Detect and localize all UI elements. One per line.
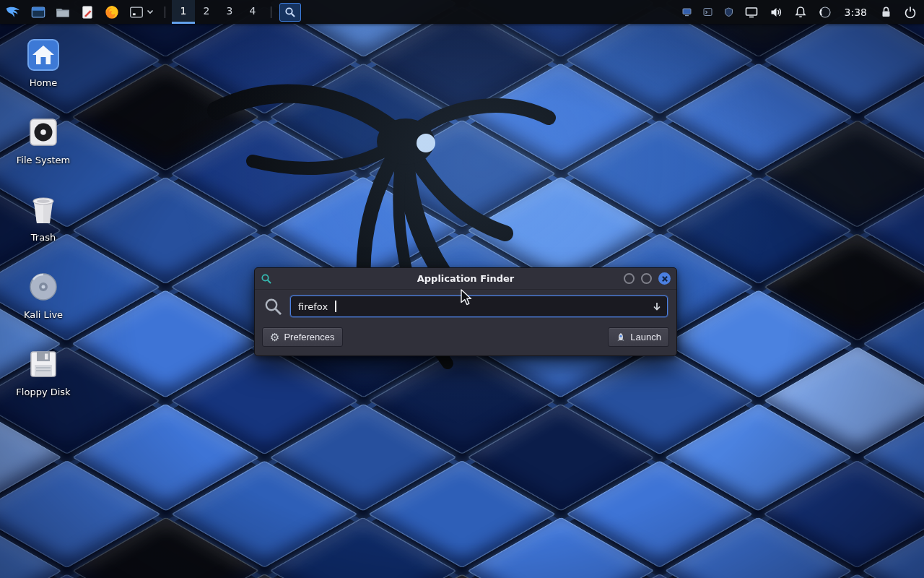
applications-menu-button[interactable] — [0, 0, 26, 24]
desktop-icon-trash[interactable]: Trash — [9, 192, 78, 243]
launch-rocket-icon — [616, 332, 626, 342]
desktop-icon-label: Home — [9, 77, 78, 88]
desktop-screen: 1 2 3 4 — [0, 0, 924, 578]
tray-indicator-1[interactable] — [678, 0, 696, 24]
floppy-disk-icon — [26, 347, 61, 381]
preferences-button-label: Preferences — [284, 332, 334, 342]
kali-dragon-logo — [173, 20, 679, 425]
launch-button[interactable]: Launch — [608, 327, 669, 347]
screen-lock-button[interactable] — [876, 0, 897, 24]
notifications-bell-icon — [794, 6, 807, 19]
tray-display-icon — [682, 7, 692, 17]
trash-icon — [26, 192, 61, 227]
kali-menu-icon — [5, 4, 21, 20]
kali-live-disc-icon — [26, 269, 61, 304]
search-icon — [263, 297, 283, 316]
launch-button-label: Launch — [630, 332, 661, 342]
search-field — [290, 296, 668, 317]
desktop-icon-label: Floppy Disk — [9, 387, 78, 397]
clock[interactable]: 3:38 — [839, 0, 873, 24]
panel-separator — [165, 7, 165, 18]
application-finder-window: Application Finder — [254, 267, 677, 356]
arrow-down-icon[interactable] — [652, 301, 662, 311]
terminal-icon — [128, 4, 144, 20]
screen-lock-icon — [880, 6, 892, 18]
desktop-icon-label: File System — [9, 155, 78, 165]
notifications-button[interactable] — [790, 0, 811, 24]
volume-icon — [770, 6, 783, 19]
text-editor-launcher[interactable] — [75, 0, 100, 24]
app-finder-task-icon — [284, 7, 296, 18]
desktop-icon-floppy-disk[interactable]: Floppy Disk — [9, 347, 78, 397]
application-finder-task-button[interactable] — [279, 3, 301, 22]
power-button[interactable] — [899, 0, 921, 24]
text-editor-icon — [79, 4, 95, 20]
system-tray: 3:38 — [678, 0, 924, 24]
gear-icon: ⚙ — [270, 332, 279, 342]
close-button[interactable] — [658, 272, 671, 285]
workspace-button-4[interactable]: 4 — [241, 0, 264, 24]
window-title: Application Finder — [255, 273, 676, 284]
network-status-icon — [819, 6, 832, 19]
workspace-button-1[interactable]: 1 — [172, 0, 195, 24]
tray-terminal-icon — [703, 7, 712, 17]
terminal-launcher[interactable] — [124, 0, 158, 24]
desktop-icon-home[interactable]: Home — [9, 38, 78, 88]
text-caret — [335, 301, 336, 312]
network-status-button[interactable] — [814, 0, 836, 24]
file-manager-launcher[interactable] — [51, 0, 75, 24]
desktop-icon-label: Kali Live — [9, 309, 78, 320]
desktop-icon-file-system[interactable]: File System — [9, 115, 78, 165]
preferences-button[interactable]: ⚙ Preferences — [262, 327, 343, 347]
panel-separator — [271, 7, 271, 18]
desktop-icon-kali-live[interactable]: Kali Live — [9, 269, 78, 320]
volume-button[interactable] — [765, 0, 787, 24]
window-manager-launcher[interactable] — [26, 0, 51, 24]
top-panel: 1 2 3 4 — [0, 0, 924, 24]
display-settings-button[interactable] — [741, 0, 762, 24]
display-icon — [745, 6, 758, 19]
window-titlebar[interactable]: Application Finder — [255, 268, 676, 290]
firefox-launcher[interactable] — [100, 0, 124, 24]
dialog-button-row: ⚙ Preferences Launch — [255, 320, 676, 355]
workspace-button-3[interactable]: 3 — [218, 0, 241, 24]
desktop-icon-label: Trash — [9, 232, 78, 243]
home-icon — [26, 38, 61, 72]
workspace-button-2[interactable]: 2 — [195, 0, 218, 24]
chevron-down-icon — [147, 9, 154, 14]
mouse-cursor — [460, 289, 474, 306]
maximize-button[interactable] — [641, 273, 652, 284]
file-system-icon — [26, 115, 61, 150]
power-icon — [904, 6, 917, 19]
window-manager-icon — [30, 4, 46, 20]
file-manager-icon — [55, 4, 71, 20]
application-finder-icon — [261, 273, 272, 285]
minimize-button[interactable] — [624, 273, 635, 284]
search-input[interactable] — [290, 296, 668, 317]
tray-indicator-2[interactable] — [699, 0, 717, 24]
firefox-icon — [104, 4, 120, 20]
tray-indicator-3[interactable] — [720, 0, 738, 24]
tray-shield-icon — [724, 7, 733, 17]
